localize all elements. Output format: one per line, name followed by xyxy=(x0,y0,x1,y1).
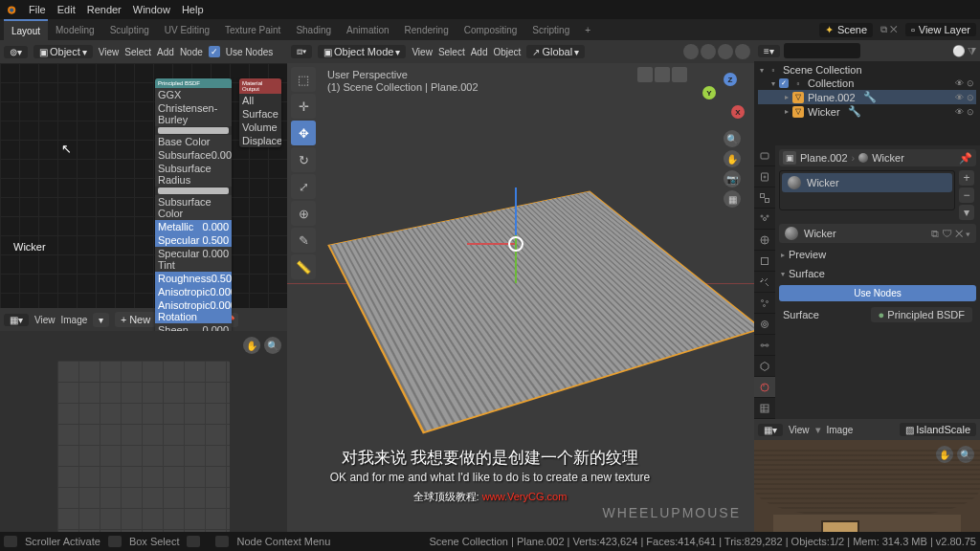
menu-help[interactable]: Help xyxy=(176,4,210,15)
ptab-texture[interactable] xyxy=(754,398,775,419)
pin-icon[interactable]: 📌 xyxy=(959,152,972,165)
img2-menu-view[interactable]: View xyxy=(789,425,810,435)
menu-window[interactable]: Window xyxy=(127,4,176,15)
node-menu-view[interactable]: View xyxy=(99,47,120,57)
ptab-physics[interactable] xyxy=(754,314,775,335)
tool-scale[interactable]: ⤢ xyxy=(291,174,316,199)
workspace-rendering[interactable]: Rendering xyxy=(397,19,457,40)
nav-zoom-icon[interactable]: 🔍 xyxy=(724,130,741,147)
menu-edit[interactable]: Edit xyxy=(52,4,81,15)
image-dropdown[interactable]: ▨ IslandScale xyxy=(900,423,976,436)
tool-annotate[interactable]: ✎ xyxy=(291,228,316,253)
node-socket[interactable]: Specular Tint0.000 xyxy=(155,247,232,272)
scene-selector[interactable]: ✦Scene xyxy=(819,23,873,37)
node-socket[interactable]: Metallic0.000 xyxy=(155,220,232,233)
node-material-output[interactable]: Material Output All Surface Volume Displ… xyxy=(239,78,281,147)
tool-move[interactable]: ✥ xyxy=(291,121,316,145)
ptab-viewlayer[interactable] xyxy=(754,187,775,209)
node-menu-select[interactable]: Select xyxy=(124,47,151,57)
slot-menu-button[interactable]: ▾ xyxy=(959,205,974,220)
surface-shader-row[interactable]: Surface ● Principled BSDF xyxy=(779,305,976,324)
use-nodes-button[interactable]: Use Nodes xyxy=(779,285,976,301)
panel-surface[interactable]: ▾Surface xyxy=(779,266,976,281)
tool-cursor[interactable]: ✛ xyxy=(291,94,316,119)
shading-wireframe[interactable] xyxy=(683,44,699,59)
shading-lookdev[interactable] xyxy=(718,44,733,59)
material-selector[interactable]: Wicker ⧉ 🛡 ✕ ▾ xyxy=(779,224,976,243)
viewlayer-selector[interactable]: ▫View Layer xyxy=(905,23,976,36)
material-slot-wicker[interactable]: Wicker xyxy=(782,173,952,192)
slot-add-button[interactable]: + xyxy=(959,170,974,186)
tool-transform[interactable]: ⊕ xyxy=(291,201,316,226)
img-menu-image[interactable]: Image xyxy=(61,315,88,325)
shading-solid[interactable] xyxy=(701,44,716,59)
workspace-animation[interactable]: Animation xyxy=(339,19,396,40)
image-selector[interactable]: ▾ xyxy=(93,313,109,327)
ptab-object[interactable] xyxy=(754,251,775,272)
filter-menu-icon[interactable]: ⧩ xyxy=(968,45,976,57)
ptab-output[interactable] xyxy=(754,166,775,187)
node-socket[interactable]: Base Color xyxy=(155,135,232,148)
mode-selector[interactable]: ▣ Object Mode ▾ xyxy=(318,45,406,58)
outliner-scene-collection[interactable]: ▾▫Scene Collection xyxy=(758,63,976,77)
ptab-world[interactable] xyxy=(754,230,775,251)
ptab-constraints[interactable] xyxy=(754,335,775,356)
node-socket[interactable]: Roughness0.500 xyxy=(155,272,232,285)
node-socket[interactable]: Anisotropic0.000 xyxy=(155,285,232,298)
filter-icon[interactable]: ⚪ xyxy=(952,45,966,57)
outliner-collection[interactable]: ▾✓▫Collection 👁 ⊙ xyxy=(758,77,976,90)
node-socket[interactable]: Subsurface Color xyxy=(155,195,232,220)
workspace-add[interactable]: + xyxy=(577,19,598,40)
pan-icon[interactable]: ✋ xyxy=(243,337,260,354)
editor-type-shader[interactable]: ⊚▾ xyxy=(4,46,28,58)
editor-type-image2[interactable]: ▦▾ xyxy=(758,424,783,436)
node-socket[interactable]: Specular0.500 xyxy=(155,233,232,247)
editor-type-3dview[interactable]: ⧈▾ xyxy=(291,45,312,58)
nav-pan-icon[interactable]: ✋ xyxy=(724,150,741,167)
uv-canvas[interactable]: ✋ 🔍 xyxy=(0,331,287,551)
node-socket[interactable]: GGX xyxy=(155,88,232,101)
navigation-gizmo[interactable]: ZYX xyxy=(695,73,745,122)
node-socket[interactable]: Subsurface0.000 xyxy=(155,148,232,162)
outliner-search[interactable] xyxy=(784,43,860,58)
menu-render[interactable]: Render xyxy=(81,4,127,15)
ptab-render[interactable] xyxy=(754,145,775,166)
workspace-modeling[interactable]: Modeling xyxy=(48,19,102,40)
shading-rendered[interactable] xyxy=(735,44,750,59)
workspace-shading[interactable]: Shading xyxy=(288,19,339,40)
image-new-button[interactable]: + New xyxy=(115,312,156,327)
scene-buttons[interactable]: ⧉ ✕ xyxy=(877,24,902,35)
editor-type-image[interactable]: ▦▾ xyxy=(4,314,29,326)
node-socket[interactable]: Anisotropic Rotation0.000 xyxy=(155,298,232,323)
nav-camera-icon[interactable]: 📷 xyxy=(724,170,741,187)
orientation-selector[interactable]: ↗ Global ▾ xyxy=(526,45,585,58)
xray-icon[interactable] xyxy=(672,67,687,82)
material-slots[interactable]: Wicker xyxy=(779,170,955,210)
slot-remove-button[interactable]: − xyxy=(959,187,974,203)
outliner-item-wicker[interactable]: ▸▽Wicker 🔧 👁 ⊙ xyxy=(758,104,976,119)
tool-measure[interactable]: 📏 xyxy=(291,254,316,279)
vp-menu-object[interactable]: Object xyxy=(493,47,521,57)
nav-perspective-icon[interactable]: ▦ xyxy=(724,190,741,208)
move-gizmo[interactable] xyxy=(488,216,546,274)
shader-mode-object[interactable]: ▣ Object ▾ xyxy=(33,45,93,58)
node-menu-node[interactable]: Node xyxy=(180,47,203,57)
color-swatch[interactable] xyxy=(158,127,229,134)
workspace-scripting[interactable]: Scripting xyxy=(524,19,577,40)
gizmo-icon[interactable] xyxy=(655,67,670,82)
use-nodes-checkbox[interactable]: ✓ xyxy=(209,46,220,57)
workspace-compositing[interactable]: Compositing xyxy=(457,19,525,40)
vp-menu-view[interactable]: View xyxy=(412,47,433,57)
node-socket[interactable]: Subsurface Radius xyxy=(155,162,232,187)
node-socket[interactable]: Christensen-Burley xyxy=(155,101,232,126)
zoom-icon[interactable]: 🔍 xyxy=(264,337,281,354)
vp-menu-add[interactable]: Add xyxy=(471,47,488,57)
ptab-particles[interactable] xyxy=(754,293,775,314)
vp-menu-select[interactable]: Select xyxy=(438,47,465,57)
tool-select[interactable]: ⬚ xyxy=(291,67,316,92)
ptab-material[interactable] xyxy=(754,377,775,398)
workspace-layout[interactable]: Layout xyxy=(4,19,48,40)
ptab-scene[interactable] xyxy=(754,209,775,230)
outliner-item-plane[interactable]: ▸▽Plane.002 🔧 👁 ⊙ xyxy=(758,90,976,104)
shader-node-canvas[interactable]: ↖ Principled BSDF GGXChristensen-BurleyB… xyxy=(0,63,287,308)
